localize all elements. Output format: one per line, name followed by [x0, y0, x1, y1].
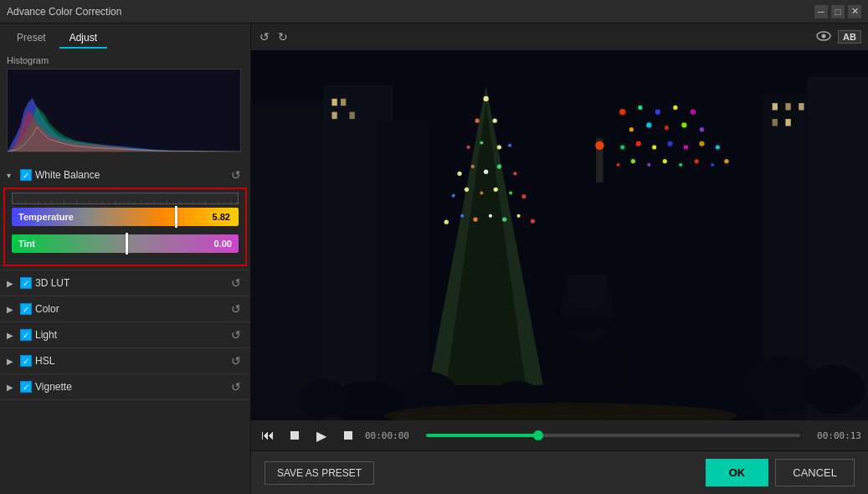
svg-point-99	[699, 141, 704, 146]
svg-rect-114	[568, 275, 606, 292]
play-button[interactable]: ▶	[311, 428, 331, 444]
3d-lut-title: 3D LUT	[35, 277, 225, 289]
temperature-track: Temperature 5.82	[12, 208, 239, 226]
svg-point-108	[724, 159, 728, 163]
stop-button[interactable]: ⏹	[338, 428, 358, 443]
svg-point-118	[803, 365, 865, 414]
svg-point-97	[667, 141, 672, 146]
svg-rect-46	[331, 99, 336, 105]
ab-badge: AB	[838, 30, 861, 44]
3d-lut-header[interactable]: ▶ 3D LUT ↺	[0, 270, 250, 296]
cancel-button[interactable]: CANCEL	[775, 459, 855, 486]
svg-point-65	[508, 144, 511, 147]
hsl-header[interactable]: ▶ HSL ↺	[0, 348, 250, 373]
white-balance-checkbox[interactable]	[20, 169, 32, 181]
tab-adjust[interactable]: Adjust	[59, 28, 107, 49]
minimize-button[interactable]: ─	[814, 5, 828, 18]
svg-point-83	[531, 219, 535, 224]
svg-point-62	[466, 146, 470, 149]
tint-track: Tint 0.00	[12, 234, 239, 253]
svg-point-119	[298, 379, 347, 418]
svg-rect-54	[785, 119, 790, 126]
vignette-header[interactable]: ▶ Vignette ↺	[0, 374, 250, 399]
window-title: Advance Color Correction	[7, 6, 121, 18]
histogram-canvas	[7, 69, 241, 152]
maximize-button[interactable]: □	[831, 5, 845, 18]
svg-point-90	[646, 122, 651, 127]
white-balance-reset-button[interactable]: ↺	[229, 167, 244, 183]
svg-point-72	[465, 188, 469, 192]
tab-preset[interactable]: Preset	[7, 28, 56, 49]
redo-button[interactable]: ↻	[276, 28, 290, 45]
svg-point-39	[822, 34, 826, 39]
temperature-thumb[interactable]	[175, 206, 177, 228]
light-section: ▶ Light ↺	[0, 322, 250, 348]
histogram-label: Histogram	[7, 55, 244, 65]
color-header[interactable]: ▶ Color ↺	[0, 296, 250, 322]
3d-lut-chevron: ▶	[7, 279, 17, 288]
save-preset-button[interactable]: SAVE AS PRESET	[265, 461, 374, 485]
undo-button[interactable]: ↺	[258, 28, 271, 45]
progress-track[interactable]	[426, 434, 800, 437]
hsl-chevron: ▶	[7, 357, 17, 366]
svg-point-96	[652, 145, 656, 149]
svg-point-88	[691, 110, 696, 115]
accordion-list: ▾ White Balance ↺ // rendered via inline	[0, 159, 250, 494]
tint-thumb[interactable]	[126, 233, 128, 255]
svg-point-95	[636, 141, 641, 146]
svg-point-84	[619, 109, 625, 115]
svg-point-73	[480, 191, 483, 194]
action-buttons: OK CANCEL	[706, 459, 855, 486]
svg-point-106	[695, 159, 699, 163]
light-checkbox[interactable]	[20, 329, 32, 341]
white-balance-chevron: ▾	[7, 171, 17, 180]
light-header[interactable]: ▶ Light ↺	[0, 322, 250, 347]
toolbar-left: ↺ ↻	[258, 28, 290, 45]
hsl-reset-button[interactable]: ↺	[229, 353, 244, 368]
temperature-value: 5.82	[211, 212, 232, 222]
color-chevron: ▶	[7, 305, 17, 314]
skip-back-button[interactable]: ⏮	[258, 428, 278, 443]
ok-button[interactable]: OK	[706, 459, 769, 486]
svg-rect-53	[773, 119, 778, 126]
color-reset-button[interactable]: ↺	[229, 301, 244, 316]
time-total: 00:00:13	[807, 430, 861, 441]
tint-value: 0.00	[214, 239, 232, 249]
white-balance-header[interactable]: ▾ White Balance ↺	[0, 162, 250, 188]
3d-lut-reset-button[interactable]: ↺	[229, 275, 244, 291]
svg-point-71	[452, 194, 455, 198]
svg-point-76	[521, 194, 526, 198]
close-button[interactable]: ✕	[848, 5, 861, 18]
playback-bar: ⏮ ⏹ ▶ ⏹ 00:00:00 00:00:13	[251, 420, 868, 450]
tint-label: Tint	[18, 239, 35, 249]
svg-point-74	[494, 188, 498, 192]
color-title: Color	[35, 303, 225, 315]
svg-point-102	[631, 159, 635, 163]
step-back-button[interactable]: ⏹	[285, 428, 305, 443]
svg-point-86	[655, 110, 660, 115]
vignette-reset-button[interactable]: ↺	[229, 379, 244, 394]
svg-point-68	[484, 170, 488, 174]
temperature-label: Temperature	[18, 212, 74, 222]
svg-point-60	[475, 119, 479, 123]
toolbar-right: AB	[814, 28, 861, 45]
svg-point-75	[509, 191, 512, 194]
svg-rect-51	[785, 103, 790, 110]
color-section: ▶ Color ↺	[0, 296, 250, 322]
progress-thumb[interactable]	[533, 430, 543, 440]
3d-lut-checkbox[interactable]	[20, 277, 32, 289]
svg-point-77	[444, 220, 449, 224]
preview-eye-button[interactable]	[814, 28, 833, 45]
hsl-title: HSL	[35, 355, 225, 367]
light-reset-button[interactable]: ↺	[229, 327, 244, 342]
color-checkbox[interactable]	[20, 303, 32, 315]
svg-point-94	[620, 145, 624, 149]
tint-slider[interactable]: Tint 0.00	[12, 234, 239, 258]
svg-point-78	[460, 214, 464, 218]
temperature-slider[interactable]: Temperature 5.82	[12, 208, 239, 231]
hsl-checkbox[interactable]	[20, 355, 32, 367]
vignette-checkbox[interactable]	[20, 381, 32, 393]
svg-point-98	[684, 145, 688, 149]
svg-rect-52	[799, 103, 804, 110]
titlebar: Advance Color Correction ─ □ ✕	[0, 0, 868, 23]
